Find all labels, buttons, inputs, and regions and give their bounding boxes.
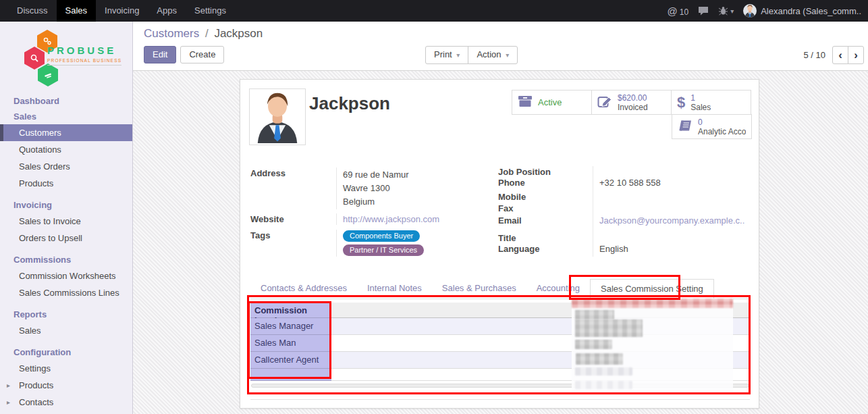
pager-next-button[interactable]: › <box>848 46 864 64</box>
email-link[interactable]: Jackpson@yourcompany.example.c.. <box>599 215 744 226</box>
sidebar-section-configuration[interactable]: Configuration <box>0 344 132 360</box>
bug-icon[interactable]: ▾ <box>718 6 734 16</box>
sales-count-label: Sales <box>690 103 711 112</box>
caret-down-icon: ▾ <box>506 51 509 59</box>
book-icon <box>678 120 693 134</box>
sidebar-nav: Dashboard Sales Customers Quotations Sal… <box>0 93 132 414</box>
edit-button[interactable]: Edit <box>144 46 176 63</box>
language-label: Language <box>498 243 593 257</box>
sidebar-section-commissions[interactable]: Commissions <box>0 252 132 267</box>
pager-previous-button[interactable]: ‹ <box>832 46 848 64</box>
sidebar-item-customers[interactable]: Customers <box>0 124 132 141</box>
record-buttons: Edit Create <box>144 46 224 63</box>
redacted-block <box>575 319 643 337</box>
print-dropdown-button[interactable]: Print ▾ <box>425 46 468 64</box>
active-stat-button[interactable]: Active <box>512 90 592 115</box>
commission-level-cell[interactable]: Sales Manager <box>250 318 331 335</box>
pager: 5 / 10 ‹ › <box>803 46 864 64</box>
user-menu[interactable]: Alexandra (Sales_comm.. <box>743 4 861 18</box>
email-label: Email <box>498 215 593 232</box>
sidebar-item-sales-teams[interactable]: Sales Teams <box>0 411 132 414</box>
commission-level-cell[interactable] <box>250 369 331 381</box>
analytic-label: Analytic Acco... <box>698 127 746 136</box>
logo-title: PROBUSE <box>47 45 121 56</box>
tab-contacts-addresses[interactable]: Contacts & Addresses <box>250 279 357 299</box>
sidebar-item-commission-worksheets[interactable]: Commission Worksheets <box>0 267 132 284</box>
caret-down-icon: ▾ <box>730 7 734 15</box>
menu-apps[interactable]: Apps <box>148 0 186 22</box>
sales-stat-button[interactable]: $ 1 Sales <box>671 90 751 115</box>
sidebar-item-sales-orders[interactable]: Sales Orders <box>0 158 132 175</box>
breadcrumb-customers-link[interactable]: Customers <box>144 27 199 40</box>
customer-photo[interactable] <box>249 88 306 145</box>
topbar-menus: Discuss Sales Invoicing Apps Settings <box>0 0 235 22</box>
breadcrumb-current: Jackpson <box>214 27 263 40</box>
job-position-label: Job Position <box>498 166 593 177</box>
invoice-pencil-icon <box>597 95 612 110</box>
user-name: Alexandra (Sales_comm.. <box>761 6 861 16</box>
redacted-block <box>576 353 623 365</box>
sidebar-item-label: Contacts <box>19 397 53 407</box>
main-area: Customers / Jackpson Edit Create Print ▾… <box>133 22 868 414</box>
mobile-label: Mobile <box>498 191 593 203</box>
user-avatar <box>743 4 757 18</box>
address-label: Address <box>250 167 336 209</box>
field-group-left: Address 69 rue de Namur Wavre 1300 Belgi… <box>250 167 485 257</box>
title-label: Title <box>498 232 593 243</box>
commission-level-cell[interactable]: Sales Man <box>250 335 331 352</box>
phone-value: +32 10 588 558 <box>593 177 747 191</box>
sidebar-item-quotations[interactable]: Quotations <box>0 141 132 158</box>
menu-settings[interactable]: Settings <box>186 0 235 22</box>
archive-icon <box>518 95 533 109</box>
create-button[interactable]: Create <box>180 46 224 63</box>
sidebar-item-config-products[interactable]: ▸ Products <box>0 377 132 394</box>
tab-sales-commission-setting[interactable]: Sales Commission Setting <box>590 279 714 299</box>
notebook-tabs: Contacts & Addresses Internal Notes Sale… <box>250 279 750 299</box>
redacted-block-faint <box>575 367 632 376</box>
tab-accounting[interactable]: Accounting <box>526 279 590 299</box>
mention-count: 10 <box>680 7 688 17</box>
analytic-accounts-stat-button[interactable]: 0 Analytic Acco... <box>672 114 752 139</box>
sheet-divider <box>250 399 750 400</box>
sidebar-item-orders-to-upsell[interactable]: Orders to Upsell <box>0 230 132 247</box>
customer-name: Jackpson <box>309 93 390 114</box>
sidebar-item-products[interactable]: Products <box>0 175 132 192</box>
tab-internal-notes[interactable]: Internal Notes <box>357 279 432 299</box>
sidebar-item-settings[interactable]: Settings <box>0 360 132 377</box>
sidebar: PROBUSE PROFESSIONAL BUSINESS Dashboard … <box>0 22 133 414</box>
dollar-icon: $ <box>677 96 685 109</box>
sidebar-item-sales-to-invoice[interactable]: Sales to Invoice <box>0 213 132 230</box>
action-dropdown-button[interactable]: Action ▾ <box>468 46 518 64</box>
menu-sales[interactable]: Sales <box>57 0 97 22</box>
menu-discuss[interactable]: Discuss <box>8 0 57 22</box>
expand-arrow-icon: ▸ <box>7 382 10 389</box>
menu-invoicing[interactable]: Invoicing <box>96 0 148 22</box>
commission-level-header-cell[interactable]: Commission Level <box>250 303 331 318</box>
sidebar-item-label: Products <box>19 380 53 390</box>
sidebar-section-reports[interactable]: Reports <box>0 307 132 322</box>
tab-sales-purchases[interactable]: Sales & Purchases <box>432 279 526 299</box>
sales-count-value: 1 <box>690 93 711 103</box>
commission-level-cell[interactable]: Callcenter Agent <box>250 352 331 369</box>
stat-buttons: Active $620.00 Invoiced $ <box>512 90 752 115</box>
invoiced-stat-button[interactable]: $620.00 Invoiced <box>591 90 672 115</box>
breadcrumb: Customers / Jackpson <box>144 27 263 41</box>
phone-label: Phone <box>498 177 593 191</box>
control-panel: Customers / Jackpson Edit Create Print ▾… <box>133 22 868 71</box>
sidebar-item-sales-commissions-lines[interactable]: Sales Commissions Lines <box>0 284 132 301</box>
sidebar-item-reports-sales[interactable]: Sales <box>0 322 132 339</box>
sidebar-section-sales[interactable]: Sales <box>0 109 132 124</box>
chat-bubble-icon[interactable] <box>698 6 709 16</box>
sidebar-section-invoicing[interactable]: Invoicing <box>0 197 132 213</box>
probuse-logo: PROBUSE PROFESSIONAL BUSINESS <box>0 28 132 88</box>
mention-counter[interactable]: @ 10 <box>668 5 689 17</box>
redacted-values-region <box>572 299 733 392</box>
sidebar-item-dashboard[interactable]: Dashboard <box>0 93 132 109</box>
tags-label: Tags <box>250 230 336 257</box>
app-screen: Discuss Sales Invoicing Apps Settings @ … <box>0 0 868 414</box>
website-link[interactable]: http://www.jackpson.com <box>343 214 439 224</box>
redacted-pink-band <box>572 299 733 308</box>
field-group-right: Job Position Phone +32 10 588 558 Mobile… <box>498 166 747 257</box>
sidebar-item-config-contacts[interactable]: ▸ Contacts <box>0 394 132 411</box>
invoiced-label: Invoiced <box>618 103 648 112</box>
